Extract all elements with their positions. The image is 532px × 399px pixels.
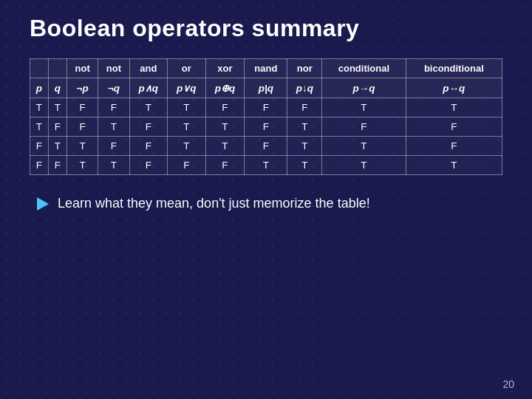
cell-ff-or: F: [168, 156, 205, 175]
subheader-p: p: [30, 78, 49, 98]
cell-ft-and: F: [129, 137, 167, 156]
cell-tf-p: T: [30, 117, 49, 137]
cell-tt-p: T: [30, 98, 49, 117]
cell-ft-bicond: F: [406, 137, 502, 156]
cell-ff-notp: T: [66, 156, 98, 175]
cell-tf-q: F: [48, 117, 66, 137]
cell-tt-xor: F: [205, 98, 245, 117]
bullet-icon: [37, 197, 49, 211]
boolean-table: not not and or xor nand nor conditional …: [30, 58, 502, 175]
cell-ft-xor: T: [205, 137, 245, 156]
bottom-text-container: Learn what they mean, don't just memoriz…: [37, 196, 502, 211]
cell-ft-p: F: [30, 137, 49, 156]
cell-ft-cond: T: [322, 137, 406, 156]
cell-tf-bicond: F: [406, 117, 502, 137]
cell-tf-nand: F: [245, 117, 287, 137]
cell-ff-q: F: [48, 156, 66, 175]
header-cell-nand: nand: [245, 59, 287, 78]
cell-ft-nor: T: [287, 137, 322, 156]
cell-ft-q: T: [48, 137, 66, 156]
header-cell-not2: not: [98, 59, 129, 78]
subheader-notq: ¬q: [98, 78, 129, 98]
page-number: 20: [502, 378, 514, 390]
header-cell-not1: not: [66, 59, 98, 78]
table-row: F F T T F F F T T T T: [30, 156, 502, 175]
cell-ff-xor: F: [205, 156, 245, 175]
header-cell-empty2: [48, 59, 66, 78]
subheader-q: q: [48, 78, 66, 98]
header-cell-xor: xor: [205, 59, 245, 78]
cell-tf-xor: T: [205, 117, 245, 137]
subheader-notp: ¬p: [66, 78, 98, 98]
cell-tt-notq: F: [98, 98, 129, 117]
header-cell-empty1: [30, 59, 49, 78]
table-header-row: not not and or xor nand nor conditional …: [30, 59, 502, 78]
header-cell-biconditional: biconditional: [406, 59, 502, 78]
subheader-and: p∧q: [129, 78, 167, 98]
cell-ff-cond: T: [322, 156, 406, 175]
cell-tt-nor: F: [287, 98, 322, 117]
cell-tt-or: T: [168, 98, 205, 117]
cell-ff-and: F: [129, 156, 167, 175]
cell-ft-or: T: [168, 137, 205, 156]
subheader-nand: p|q: [245, 78, 287, 98]
cell-tt-q: T: [48, 98, 66, 117]
cell-tt-nand: F: [245, 98, 287, 117]
bottom-text-label: Learn what they mean, don't just memoriz…: [58, 196, 370, 211]
cell-tf-nor: T: [287, 117, 322, 137]
cell-tf-or: T: [168, 117, 205, 137]
cell-ff-bicond: T: [406, 156, 502, 175]
header-cell-nor: nor: [287, 59, 322, 78]
subheader-xor: p⊕q: [205, 78, 245, 98]
page-title: Boolean operators summary: [30, 15, 502, 42]
header-cell-or: or: [168, 59, 205, 78]
cell-tf-cond: F: [322, 117, 406, 137]
main-container: Boolean operators summary not not and or…: [0, 0, 532, 226]
cell-ff-nand: T: [245, 156, 287, 175]
cell-tt-and: T: [129, 98, 167, 117]
subheader-cond: p→q: [322, 78, 406, 98]
table-row: T F F T F T T F T F F: [30, 117, 502, 137]
subheader-bicond: p↔q: [406, 78, 502, 98]
cell-ft-notp: T: [66, 137, 98, 156]
cell-ff-nor: T: [287, 156, 322, 175]
cell-tt-notp: F: [66, 98, 98, 117]
cell-tt-bicond: T: [406, 98, 502, 117]
cell-tf-and: F: [129, 117, 167, 137]
subheader-nor: p↓q: [287, 78, 322, 98]
cell-ft-notq: F: [98, 137, 129, 156]
cell-ff-notq: T: [98, 156, 129, 175]
cell-ff-p: F: [30, 156, 49, 175]
subheader-or: p∨q: [168, 78, 205, 98]
cell-ft-nand: F: [245, 137, 287, 156]
cell-tf-notq: T: [98, 117, 129, 137]
table-subheader-row: p q ¬p ¬q p∧q p∨q p⊕q p|q p↓q p→q p↔q: [30, 78, 502, 98]
cell-tt-cond: T: [322, 98, 406, 117]
table-row: T T F F T T F F F T T: [30, 98, 502, 117]
cell-tf-notp: F: [66, 117, 98, 137]
table-row: F T T F F T T F T T F: [30, 137, 502, 156]
header-cell-and: and: [129, 59, 167, 78]
header-cell-conditional: conditional: [322, 59, 406, 78]
